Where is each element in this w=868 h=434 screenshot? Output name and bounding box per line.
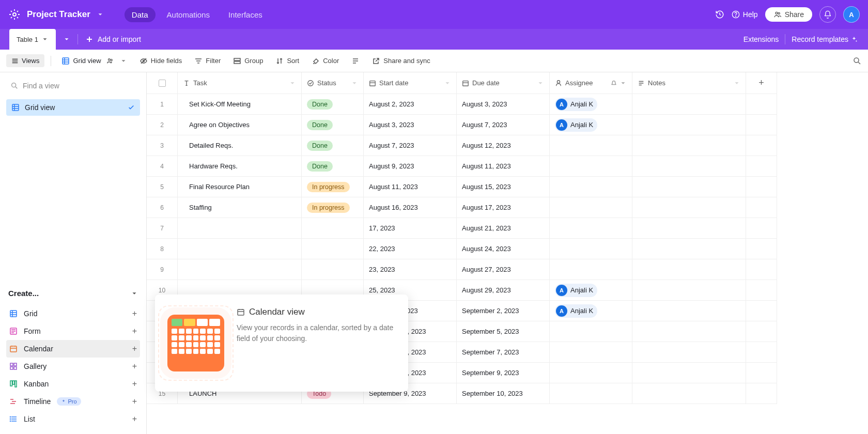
cell-due-date[interactable]: August 3, 2023	[457, 94, 550, 115]
view-item-grid[interactable]: Grid view	[6, 99, 140, 116]
sort-button[interactable]: Sort	[271, 55, 303, 67]
cell-due-date[interactable]: August 29, 2023	[457, 280, 550, 301]
cell-assignee[interactable]	[550, 218, 632, 239]
cell-due-date[interactable]: August 7, 2023	[457, 115, 550, 135]
col-status[interactable]: Status	[302, 72, 364, 94]
cell-status[interactable]	[302, 259, 364, 280]
cell-assignee[interactable]	[550, 321, 632, 342]
cell-start-date[interactable]: August 9, 2023	[364, 156, 457, 177]
cell-status[interactable]: Done	[302, 135, 364, 156]
row-number[interactable]: 7	[147, 218, 178, 239]
app-title[interactable]: Project Tracker	[27, 9, 90, 20]
add-column-button[interactable]: +	[746, 72, 777, 94]
create-timeline[interactable]: Timeline Pro +	[6, 393, 140, 410]
row-number[interactable]: 6	[147, 197, 178, 218]
col-task[interactable]: Task	[178, 72, 302, 94]
nav-tab-automations[interactable]: Automations	[160, 7, 217, 22]
create-form[interactable]: Form+	[6, 322, 140, 340]
create-gallery[interactable]: Gallery+	[6, 358, 140, 375]
cell-notes[interactable]	[632, 135, 746, 156]
cell-notes[interactable]	[632, 197, 746, 218]
table-tab[interactable]: Table 1	[9, 29, 56, 50]
cell-assignee[interactable]	[550, 342, 632, 363]
cell-status[interactable]: In progress	[302, 177, 364, 197]
cell-due-date[interactable]: September 5, 2023	[457, 321, 550, 342]
color-button[interactable]: Color	[307, 55, 343, 67]
chevron-down-icon[interactable]	[97, 11, 104, 18]
cell-due-date[interactable]: August 21, 2023	[457, 218, 550, 239]
cell-due-date[interactable]: August 24, 2023	[457, 239, 550, 259]
cell-status[interactable]: Done	[302, 94, 364, 115]
share-button[interactable]: Share	[765, 7, 812, 22]
cell-notes[interactable]	[632, 94, 746, 115]
nav-tab-data[interactable]: Data	[125, 7, 156, 22]
col-notes[interactable]: Notes	[632, 72, 746, 94]
row-height-button[interactable]	[347, 55, 364, 67]
cell-task[interactable]	[178, 239, 302, 259]
row-number[interactable]: 2	[147, 115, 178, 135]
create-section-toggle[interactable]: Create...	[6, 285, 140, 302]
cell-notes[interactable]	[632, 363, 746, 383]
cell-assignee[interactable]	[550, 239, 632, 259]
cell-start-date[interactable]: August 2, 2023	[364, 94, 457, 115]
cell-task[interactable]: Set Kick-Off Meeting	[178, 94, 302, 115]
cell-assignee[interactable]	[550, 135, 632, 156]
row-number[interactable]: 9	[147, 259, 178, 280]
cell-notes[interactable]	[632, 383, 746, 404]
row-number[interactable]: 1	[147, 94, 178, 115]
cell-notes[interactable]	[632, 156, 746, 177]
cell-assignee[interactable]	[550, 383, 632, 404]
cell-notes[interactable]	[632, 342, 746, 363]
cell-status[interactable]: In progress	[302, 197, 364, 218]
row-number[interactable]: 5	[147, 177, 178, 197]
cell-notes[interactable]	[632, 177, 746, 197]
share-sync-button[interactable]: Share and sync	[368, 55, 434, 67]
help-button[interactable]: Help	[732, 10, 758, 19]
cell-start-date[interactable]: August 16, 2023	[364, 197, 457, 218]
notifications-button[interactable]	[819, 6, 836, 23]
cell-assignee[interactable]: AAnjali K	[550, 115, 632, 135]
cell-assignee[interactable]	[550, 177, 632, 197]
table-dropdown[interactable]	[56, 29, 78, 50]
cell-status[interactable]: Done	[302, 115, 364, 135]
cell-assignee[interactable]: AAnjali K	[550, 301, 632, 321]
cell-status[interactable]	[302, 239, 364, 259]
cell-start-date[interactable]: 17, 2023	[364, 218, 457, 239]
cell-task[interactable]: Final Resource Plan	[178, 177, 302, 197]
create-kanban[interactable]: Kanban+	[6, 375, 140, 393]
select-all[interactable]	[147, 72, 178, 94]
cell-due-date[interactable]: September 9, 2023	[457, 363, 550, 383]
current-view-selector[interactable]: Grid view	[57, 55, 131, 67]
create-grid[interactable]: Grid+	[6, 305, 140, 322]
row-number[interactable]: 3	[147, 135, 178, 156]
extensions-link[interactable]: Extensions	[743, 35, 779, 43]
views-toggle-button[interactable]: Views	[6, 54, 44, 67]
cell-assignee[interactable]	[550, 156, 632, 177]
cell-start-date[interactable]: August 3, 2023	[364, 115, 457, 135]
col-due-date[interactable]: Due date	[457, 72, 550, 94]
cell-task[interactable]: Staffing	[178, 197, 302, 218]
nav-tab-interfaces[interactable]: Interfaces	[221, 7, 270, 22]
cell-assignee[interactable]: AAnjali K	[550, 280, 632, 301]
cell-notes[interactable]	[632, 321, 746, 342]
cell-notes[interactable]	[632, 259, 746, 280]
cell-task[interactable]: Detailed Reqs.	[178, 135, 302, 156]
row-number[interactable]: 8	[147, 239, 178, 259]
cell-assignee[interactable]	[550, 363, 632, 383]
add-or-import-button[interactable]: Add or import	[78, 29, 148, 50]
cell-status[interactable]	[302, 218, 364, 239]
user-avatar[interactable]: A	[843, 6, 860, 23]
search-button[interactable]	[853, 56, 862, 66]
cell-due-date[interactable]: August 17, 2023	[457, 197, 550, 218]
cell-assignee[interactable]: AAnjali K	[550, 94, 632, 115]
create-list[interactable]: List+	[6, 410, 140, 428]
cell-start-date[interactable]: August 7, 2023	[364, 135, 457, 156]
cell-assignee[interactable]	[550, 259, 632, 280]
col-assignee[interactable]: Assignee	[550, 72, 632, 94]
cell-status[interactable]: Done	[302, 156, 364, 177]
cell-due-date[interactable]: August 11, 2023	[457, 156, 550, 177]
cell-notes[interactable]	[632, 301, 746, 321]
cell-due-date[interactable]: September 10, 2023	[457, 383, 550, 404]
cell-task[interactable]: Hardware Reqs.	[178, 156, 302, 177]
cell-task[interactable]	[178, 259, 302, 280]
